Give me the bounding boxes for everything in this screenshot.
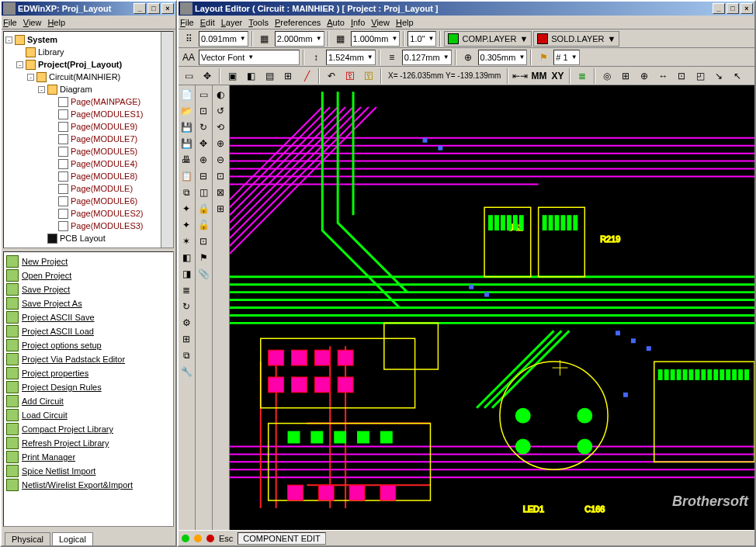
font-size-icon[interactable]: AA	[180, 49, 197, 66]
action-link[interactable]: Spice Netlist Import	[6, 464, 171, 478]
tool-button[interactable]: ⊡	[196, 234, 211, 249]
action-link[interactable]: Open Project	[6, 268, 171, 282]
fit-width-icon[interactable]: ⇤⇥	[512, 68, 529, 85]
menu-view[interactable]: View	[371, 18, 390, 27]
origin-icon[interactable]: ⊕	[636, 68, 653, 85]
tool-route-icon[interactable]: ╱	[298, 68, 315, 85]
editor-close-button[interactable]: ×	[740, 3, 753, 14]
grid-dots-icon[interactable]: ⠿	[180, 30, 197, 47]
tool-undo-icon[interactable]: ↶	[323, 68, 340, 85]
unit-xy-button[interactable]: XY	[549, 68, 566, 85]
action-link[interactable]: Project ASCII Save	[6, 310, 171, 324]
tool-button[interactable]: ⊟	[196, 168, 211, 184]
tree-toggle-icon[interactable]: -	[38, 86, 45, 93]
tool-button[interactable]: ↻	[179, 299, 194, 314]
editor-minimize-button[interactable]: _	[713, 3, 725, 14]
text-height-dropdown[interactable]: 1.524mm▼	[326, 50, 376, 65]
tool-button[interactable]: ◨	[179, 266, 194, 282]
tool-button[interactable]: ⊖	[213, 152, 228, 168]
unit-mm-button[interactable]: MM	[530, 68, 547, 85]
tree-item[interactable]: Library	[5, 46, 159, 58]
menu-file[interactable]: File	[180, 18, 194, 27]
cursor-icon[interactable]: ↖	[729, 68, 746, 85]
action-link[interactable]: Project Via Padstack Editor	[6, 352, 171, 366]
via-size-icon[interactable]: ⊕	[459, 49, 477, 66]
menu-tools[interactable]: Tools	[248, 18, 269, 27]
tool-button[interactable]: ⚑	[196, 250, 211, 265]
net-dropdown[interactable]: # 1▼	[553, 50, 579, 65]
tool-button[interactable]: 🔓	[196, 217, 211, 233]
action-link[interactable]: Project ASCII Load	[6, 324, 171, 338]
action-link[interactable]: New Project	[6, 254, 171, 268]
action-link[interactable]: Load Circuit	[6, 408, 171, 422]
tool-button[interactable]: ✥	[196, 136, 211, 151]
grid-on-icon[interactable]: ⊞	[617, 68, 634, 85]
text-height-icon[interactable]: ↕	[307, 49, 324, 66]
snap-icon[interactable]: ▦	[332, 30, 349, 47]
tree-item[interactable]: Page(MODULE9)	[5, 120, 159, 133]
tree-toggle-icon[interactable]: -	[5, 36, 12, 43]
tool-layer1-icon[interactable]: ▣	[224, 68, 241, 85]
tree-scrollbar[interactable]	[161, 32, 173, 248]
action-link[interactable]: Print Manager	[6, 450, 171, 464]
tool-button[interactable]: ⚙	[179, 315, 194, 331]
sold-layer-selector[interactable]: SOLD.LAYER▼	[533, 31, 619, 47]
line-width-dropdown[interactable]: 0.127mm▼	[402, 50, 452, 65]
tree-item[interactable]: Page(MODULES1)	[5, 108, 159, 120]
tool-button[interactable]: ✶	[179, 234, 194, 249]
tool-button[interactable]: ✦	[179, 217, 194, 233]
zoom-window-icon[interactable]: ◰	[692, 68, 709, 85]
tool-group-icon[interactable]: ⊞	[279, 68, 297, 85]
menu-auto[interactable]: Auto	[327, 18, 345, 27]
zoom-in-icon[interactable]: ⊡	[673, 68, 690, 85]
tool-button[interactable]: 📎	[196, 266, 211, 282]
tool-key-icon[interactable]: ⚿	[360, 68, 377, 85]
measure-icon[interactable]: ↔	[654, 68, 671, 85]
tool-button[interactable]: ◐	[213, 87, 228, 102]
tool-button[interactable]: 🔧	[179, 364, 194, 379]
action-link[interactable]: Save Project As	[6, 296, 171, 310]
tree-item[interactable]: Page(MODULE7)	[5, 133, 159, 145]
menu-help[interactable]: Help	[396, 18, 414, 27]
tree-item[interactable]: Page(MODULE6)	[5, 195, 159, 207]
tab-logical[interactable]: Logical	[52, 532, 93, 545]
tool-button[interactable]: ◫	[196, 185, 211, 200]
tree-item[interactable]: Page(MODULE5)	[5, 145, 159, 158]
tree-item[interactable]: PCB Layout	[5, 232, 159, 244]
tool-button[interactable]: ⟲	[213, 119, 228, 135]
action-link[interactable]: Refresh Project Library	[6, 436, 171, 450]
tool-button[interactable]: ⊠	[213, 185, 228, 200]
action-link[interactable]: Add Circuit	[6, 394, 171, 408]
editor-maximize-button[interactable]: □	[727, 3, 739, 14]
menu-edit[interactable]: Edit	[200, 18, 215, 27]
tool-button[interactable]: 📋	[179, 168, 194, 184]
tool-button[interactable]: 📂	[179, 103, 194, 119]
tree-item[interactable]: Page(MODULE)	[5, 182, 159, 195]
tool-button[interactable]: 🖶	[179, 152, 194, 168]
tool-button[interactable]: ⧉	[179, 348, 194, 363]
tool-button[interactable]: ⊕	[196, 152, 211, 168]
tool-button[interactable]: ≣	[179, 282, 194, 298]
net-icon[interactable]: ⚑	[535, 49, 552, 66]
via-size-dropdown[interactable]: 0.305mm▼	[478, 50, 528, 65]
close-button[interactable]: ×	[161, 3, 174, 14]
tool-button[interactable]: ⊞	[213, 201, 228, 216]
tree-item[interactable]: -Diagram	[5, 83, 159, 95]
tool-button[interactable]: 🔒	[196, 201, 211, 216]
action-link[interactable]: Netlist/Wirelist Export&Import	[6, 478, 171, 492]
menu-info[interactable]: Info	[351, 18, 365, 27]
tool-button[interactable]: ✦	[179, 201, 194, 216]
action-link[interactable]: Save Project	[6, 282, 171, 296]
tree-item[interactable]: -System	[5, 33, 159, 46]
pan-icon[interactable]: ↘	[710, 68, 727, 85]
tool-layer2-icon[interactable]: ◧	[242, 68, 259, 85]
tab-physical[interactable]: Physical	[5, 532, 50, 545]
tool-align-icon[interactable]: ▤	[261, 68, 278, 85]
action-link[interactable]: Compact Project Library	[6, 422, 171, 436]
comp-layer-selector[interactable]: COMP.LAYER▼	[444, 31, 532, 47]
action-link[interactable]: Project properties	[6, 366, 171, 380]
tool-button[interactable]: ⊡	[196, 103, 211, 119]
drc-icon[interactable]: ◎	[598, 68, 616, 85]
minimize-button[interactable]: _	[134, 3, 146, 14]
menu-preferences[interactable]: Preferences	[275, 18, 321, 27]
